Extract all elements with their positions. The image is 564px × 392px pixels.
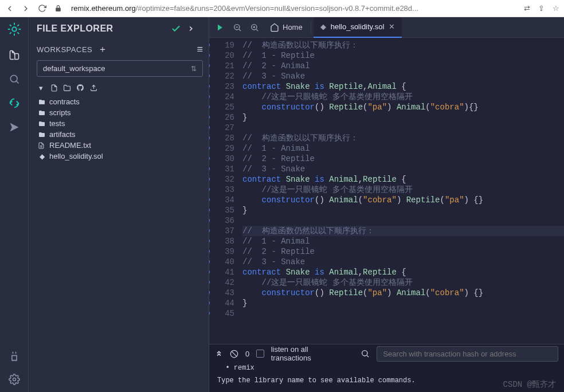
forward-button[interactable]	[21, 3, 31, 14]
workspace-name: default_workspace	[43, 64, 105, 73]
code-editor[interactable]: 1920212223242526272829303132333435363738…	[209, 38, 564, 344]
tree-item[interactable]: contracts	[36, 96, 206, 107]
share-icon[interactable]: ⇪	[538, 4, 545, 13]
svg-line-18	[367, 355, 369, 357]
check-icon[interactable]	[171, 23, 181, 34]
expand-terminal-button[interactable]	[215, 350, 223, 358]
star-icon[interactable]: ☆	[553, 4, 559, 13]
new-file-icon[interactable]	[50, 84, 58, 92]
svg-marker-7	[218, 24, 222, 30]
caret-down-icon[interactable]: ▾	[37, 84, 45, 92]
zoom-out-button[interactable]	[230, 20, 245, 35]
listen-checkbox[interactable]	[256, 350, 264, 358]
editor-tabs: Home ◆ hello_solidity.sol ✕	[209, 17, 564, 38]
file-tab[interactable]: ◆ hello_solidity.sol ✕	[314, 17, 402, 38]
close-tab-button[interactable]: ✕	[389, 22, 395, 31]
svg-point-1	[10, 75, 17, 82]
main-area: Home ◆ hello_solidity.sol ✕ 192021222324…	[209, 17, 564, 392]
chevron-right-icon[interactable]	[187, 25, 195, 33]
home-tab[interactable]: Home	[264, 17, 308, 38]
home-tab-label: Home	[283, 23, 303, 32]
add-workspace-button[interactable]: ＋	[98, 44, 107, 56]
terminal-search-input[interactable]	[377, 346, 558, 362]
terminal-panel: 0 listen on all transactions • remix Typ…	[209, 344, 564, 392]
plugin-manager-tab[interactable]	[7, 350, 21, 363]
home-icon	[270, 23, 279, 32]
compiler-tab[interactable]	[7, 96, 21, 110]
listen-label: listen on all transactions	[271, 345, 347, 362]
tree-item-label: README.txt	[49, 141, 91, 150]
tree-item[interactable]: ◆hello_solidity.sol	[36, 151, 206, 162]
deploy-tab[interactable]	[7, 120, 21, 134]
translate-icon[interactable]: ⇄	[524, 4, 530, 13]
browser-toolbar: remix.ethereum.org/#optimize=false&runs=…	[0, 0, 564, 17]
tree-item[interactable]: tests	[36, 118, 206, 129]
svg-point-17	[362, 351, 367, 356]
svg-line-12	[256, 29, 258, 31]
file-tab-label: hello_solidity.sol	[331, 22, 385, 31]
svg-line-2	[16, 81, 18, 84]
zoom-in-button[interactable]	[247, 20, 262, 35]
workspace-select[interactable]: default_workspace ⇅	[37, 60, 203, 77]
upload-icon[interactable]	[89, 84, 97, 92]
file-icon	[38, 142, 46, 150]
tree-item-label: contracts	[49, 97, 80, 106]
search-tab[interactable]	[7, 72, 21, 86]
terminal-line: • remix	[217, 364, 556, 372]
select-arrow-icon: ⇅	[191, 65, 197, 73]
tree-item[interactable]: artifacts	[36, 129, 206, 140]
file-tree: contractsscriptstestsartifactsREADME.txt…	[29, 95, 209, 392]
tree-item[interactable]: README.txt	[36, 140, 206, 151]
watermark: CSDN @甄齐才	[503, 379, 556, 390]
remix-logo-icon[interactable]	[6, 21, 23, 38]
svg-line-16	[232, 351, 237, 356]
file-explorer-panel: FILE EXPLORER WORKSPACES ＋ ≡ default_wor…	[29, 17, 209, 392]
tree-item-label: scripts	[49, 108, 71, 117]
icon-rail	[0, 17, 29, 392]
svg-point-3	[13, 378, 15, 381]
panel-title: FILE EXPLORER	[37, 23, 113, 34]
ban-icon[interactable]	[230, 350, 238, 358]
github-icon[interactable]	[76, 84, 84, 92]
lock-icon	[53, 3, 63, 14]
svg-point-0	[12, 27, 17, 32]
address-bar[interactable]: remix.ethereum.org/#optimize=false&runs=…	[71, 4, 518, 13]
tree-item-label: tests	[49, 119, 65, 128]
tree-item-label: artifacts	[49, 130, 76, 139]
tree-item[interactable]: scripts	[36, 107, 206, 118]
reload-button[interactable]	[37, 3, 47, 14]
folder-icon	[38, 109, 46, 116]
workspaces-label: WORKSPACES	[37, 45, 92, 54]
folder-icon	[38, 120, 46, 127]
pending-tx-count: 0	[245, 350, 249, 358]
folder-icon	[38, 131, 46, 138]
settings-tab[interactable]	[7, 373, 21, 386]
back-button[interactable]	[5, 3, 15, 14]
solidity-icon: ◆	[320, 22, 326, 31]
solidity-icon: ◆	[38, 152, 46, 160]
terminal-search-icon[interactable]	[361, 349, 370, 358]
file-explorer-tab[interactable]	[7, 48, 21, 62]
hamburger-icon[interactable]: ≡	[197, 44, 203, 56]
file-toolbar: ▾	[29, 80, 209, 95]
svg-line-9	[239, 29, 241, 31]
tree-item-label: hello_solidity.sol	[49, 152, 103, 160]
folder-icon	[38, 99, 46, 105]
run-button[interactable]	[213, 20, 228, 35]
new-folder-icon[interactable]	[63, 84, 71, 92]
